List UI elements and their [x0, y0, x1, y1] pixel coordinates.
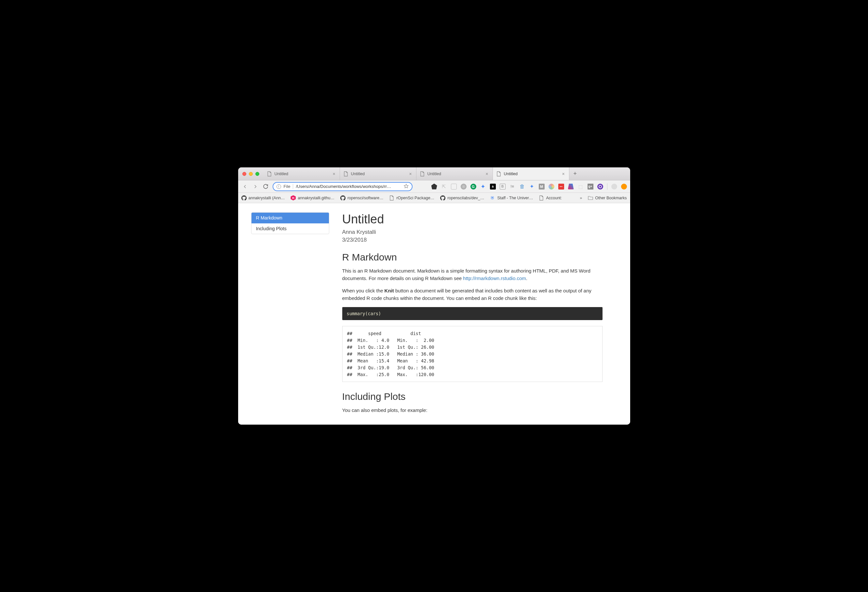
bookmark-item[interactable]: ropenscilabs/dev_… [440, 195, 484, 201]
extension-icon[interactable]: g+ [588, 184, 593, 189]
bookmark-label: Staff - The Univer… [497, 196, 533, 200]
paragraph: You can also embed plots, for example: [342, 407, 602, 414]
tab-strip: Untitled × Untitled × Untitled × Untitle… [264, 167, 630, 180]
close-icon[interactable]: × [561, 172, 566, 176]
info-icon[interactable]: i [276, 184, 281, 189]
tab-title: Untitled [275, 172, 329, 176]
document-icon [539, 195, 544, 201]
heading-r-markdown: R Markdown [342, 252, 602, 263]
profile-icon[interactable] [611, 184, 617, 189]
bookmark-label: ropenscilabs/dev_… [447, 196, 484, 200]
document-author: Anna Krystalli [342, 229, 602, 235]
extension-icon[interactable]: ⇱ [441, 184, 447, 189]
bookmark-item[interactable]: ⛨ Staff - The Univer… [490, 195, 533, 201]
extension-icon[interactable] [431, 184, 437, 189]
toc: R Markdown Including Plots [251, 212, 329, 234]
bookmark-item[interactable]: H annakrystalli.githu… [291, 195, 334, 201]
page-content: R Markdown Including Plots Untitled Anna… [238, 203, 630, 425]
github-icon [340, 195, 345, 201]
bookmark-label: ropensci/software… [347, 196, 383, 200]
close-icon[interactable]: × [408, 172, 413, 176]
bookmark-label: annakrystalli.githu… [298, 196, 334, 200]
tab-title: Untitled [428, 172, 482, 176]
bookmarks-bar: annakrystalli (Ann… H annakrystalli.gith… [238, 193, 630, 203]
maximize-window-button[interactable] [255, 172, 259, 176]
extension-icon[interactable]: a [490, 184, 496, 189]
tab-2[interactable]: Untitled × [416, 167, 493, 180]
close-icon[interactable]: × [332, 172, 337, 176]
bookmark-item[interactable]: annakrystalli (Ann… [241, 195, 285, 201]
tab-3[interactable]: Untitled × [493, 167, 569, 180]
back-button[interactable] [241, 183, 248, 190]
address-bar[interactable]: i File /Users/Anna/Documents/workflows/w… [273, 182, 413, 191]
bookmark-label: annakrystalli (Ann… [248, 196, 285, 200]
code-block: summary(cars) [342, 307, 602, 320]
document-body: Untitled Anna Krystalli 3/23/2018 R Mark… [342, 212, 602, 416]
document-icon [389, 195, 394, 201]
traffic-lights [238, 172, 264, 176]
svg-marker-0 [404, 184, 408, 188]
toc-item-including-plots[interactable]: Including Plots [251, 223, 329, 234]
minimize-window-button[interactable] [249, 172, 253, 176]
new-tab-button[interactable]: + [569, 167, 581, 180]
github-icon [440, 195, 445, 201]
toolbar: i File /Users/Anna/Documents/workflows/w… [238, 181, 630, 193]
extension-icon[interactable]: ⬚ [578, 184, 584, 189]
close-icon[interactable]: × [485, 172, 489, 176]
extension-icon[interactable]: 🗑 [519, 184, 525, 189]
bookmark-item[interactable]: rOpenSci Package… [389, 195, 434, 201]
heading-including-plots: Including Plots [342, 391, 602, 402]
toc-sidebar: R Markdown Including Plots [251, 212, 329, 416]
other-bookmarks-label: Other Bookmarks [595, 196, 627, 200]
titlebar: Untitled × Untitled × Untitled × Untitle… [238, 167, 630, 181]
output-block: ## speed dist ## Min. : 4.0 Min. : 2.00 … [342, 326, 602, 382]
bookmark-item[interactable]: Account: [539, 195, 562, 201]
extension-icon[interactable] [568, 184, 574, 189]
paragraph: When you click the Knit button a documen… [342, 287, 602, 302]
document-icon [343, 171, 348, 176]
extension-icon[interactable]: G [471, 184, 476, 189]
document-icon [267, 171, 272, 176]
other-bookmarks[interactable]: Other Bookmarks [588, 195, 627, 201]
separator [607, 184, 607, 190]
tab-title: Untitled [504, 172, 559, 176]
extension-icon[interactable]: ✦ [480, 184, 486, 189]
bold-text: Knit [385, 288, 394, 293]
extension-icon[interactable]: M [539, 184, 545, 189]
document-date: 3/23/2018 [342, 237, 602, 243]
code: summary(cars) [347, 311, 381, 316]
folder-icon [588, 195, 593, 201]
extension-icon[interactable] [461, 184, 466, 189]
tab-1[interactable]: Untitled × [340, 167, 416, 180]
extension-icon[interactable] [549, 184, 554, 189]
star-icon[interactable] [404, 184, 409, 189]
reload-button[interactable] [262, 183, 269, 190]
extension-icon[interactable]: !≡ [509, 184, 515, 189]
extension-icon[interactable] [451, 184, 457, 189]
document-icon [496, 171, 501, 176]
extension-icon[interactable]: ••• [558, 184, 564, 189]
bookmark-item[interactable]: ropensci/software… [340, 195, 383, 201]
extension-icon[interactable] [597, 184, 603, 189]
extension-icon[interactable] [621, 184, 627, 189]
bookmarks-overflow[interactable]: » [580, 196, 582, 200]
document-title: Untitled [342, 212, 602, 226]
github-icon [241, 195, 247, 201]
tab-title: Untitled [351, 172, 406, 176]
bookmark-label: rOpenSci Package… [396, 196, 434, 200]
hex-icon: H [291, 195, 296, 201]
forward-button[interactable] [252, 183, 259, 190]
toc-item-r-markdown[interactable]: R Markdown [251, 213, 329, 223]
link-rmarkdown[interactable]: http://rmarkdown.rstudio.com [463, 275, 526, 281]
document-icon [420, 171, 425, 176]
close-window-button[interactable] [242, 172, 246, 176]
extension-icons: ⇱ G ✦ a B !≡ 🗑 ✦ M ••• ⬚ g+ [416, 184, 627, 190]
tab-0[interactable]: Untitled × [264, 167, 340, 180]
url-path: /Users/Anna/Documents/workflows/workshop… [296, 184, 401, 189]
text: . [526, 275, 527, 281]
shield-icon: ⛨ [490, 195, 495, 201]
url-scheme: File [284, 184, 294, 189]
extension-icon[interactable]: ✦ [529, 184, 535, 189]
text: When you click the [342, 288, 385, 293]
extension-icon[interactable]: B [500, 184, 506, 189]
